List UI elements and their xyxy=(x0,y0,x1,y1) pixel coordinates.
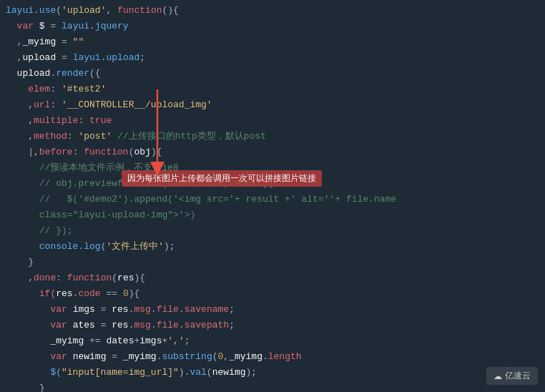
code-token: . xyxy=(151,302,157,318)
code-token: . xyxy=(50,66,56,82)
code-token: , xyxy=(106,3,117,19)
code-token: newimg xyxy=(212,365,246,381)
code-token: "input[name=img_url]" xyxy=(62,365,179,381)
code-token: "" xyxy=(73,34,84,50)
code-token: function xyxy=(84,144,128,160)
code-line: var $ = layui.jquery xyxy=(0,19,545,34)
code-token: ({ xyxy=(89,66,101,82)
code-token: , xyxy=(223,349,229,365)
code-token: . xyxy=(78,239,84,255)
code-token: ; xyxy=(185,333,190,349)
code-line: ,done: function(res){ xyxy=(0,270,545,286)
code-token: : xyxy=(78,113,89,129)
code-token: . xyxy=(151,318,157,333)
code-token: _myimg xyxy=(22,34,56,50)
code-token: var xyxy=(6,318,73,333)
code-token: : xyxy=(50,82,62,97)
code-token: elem xyxy=(6,82,50,97)
code-token: //上传接口的http类型，默认post xyxy=(112,129,266,144)
code-token: res xyxy=(112,302,128,318)
code-token: : xyxy=(56,270,67,286)
code-token: imgs xyxy=(139,333,162,349)
code-token: ; xyxy=(229,302,235,318)
code-token: . xyxy=(129,302,134,318)
code-token: ). xyxy=(179,365,190,381)
code-line: var ates = res.msg.file.savepath; xyxy=(0,318,545,333)
code-token: = xyxy=(106,349,122,365)
code-token: 'upload' xyxy=(62,3,106,19)
code-token: substring xyxy=(162,349,212,365)
code-token: render xyxy=(56,66,89,82)
code-token: code xyxy=(78,286,100,302)
code-token: ; xyxy=(139,50,145,66)
code-line: var newimg = _myimg.substring(0,_myimg.l… xyxy=(0,349,545,365)
code-token: + xyxy=(162,333,167,349)
code-token: ' alt=' xyxy=(290,192,330,207)
code-line: } xyxy=(0,381,545,392)
code-token: _myimg xyxy=(6,333,84,349)
code-token: , xyxy=(6,50,22,66)
code-token: '__CONTROLLER__/upload_img' xyxy=(62,97,212,113)
code-token: jquery xyxy=(95,19,129,34)
code-token: . xyxy=(73,286,79,302)
code-token: = xyxy=(56,50,72,66)
code-token: . xyxy=(89,19,95,34)
code-token: file xyxy=(157,302,179,318)
code-token: imgs xyxy=(73,302,95,318)
code-token: '+ file.name xyxy=(330,192,397,207)
code-line: //预读本地文件示例，不支持ie8 xyxy=(0,160,545,176)
code-token: ){ xyxy=(134,270,145,286)
code-token: layui xyxy=(62,19,89,34)
code-token: layui xyxy=(73,50,101,66)
code-token: ( xyxy=(56,3,62,19)
code-token: console xyxy=(6,239,78,255)
watermark-text: 亿速云 xyxy=(505,370,531,382)
code-line: class="layui-upload-img">'>) xyxy=(0,207,545,223)
code-token: function xyxy=(67,270,112,286)
code-token: msg xyxy=(134,318,150,333)
code-token: ( xyxy=(112,270,117,286)
code-token: // obj.preview xyxy=(6,176,117,192)
code-token: ( xyxy=(129,144,134,160)
code-token: ); xyxy=(164,239,175,255)
code-token: $ xyxy=(39,19,51,34)
code-token: ).append( xyxy=(123,192,173,207)
code-token: dates xyxy=(106,333,134,349)
code-token: , xyxy=(6,97,34,113)
code-token: savename xyxy=(185,302,229,318)
watermark: ☁ 亿速云 xyxy=(486,367,538,385)
code-token: layui xyxy=(6,3,34,19)
code-token: done xyxy=(34,270,56,286)
code-token: upload xyxy=(106,50,139,66)
code-token: // }); xyxy=(6,223,73,239)
code-token: . xyxy=(179,302,185,318)
code-token: . xyxy=(262,349,268,365)
code-token: 0 xyxy=(218,349,224,365)
code-token: function(index,file,result){ xyxy=(117,176,273,192)
code-token: newimg xyxy=(73,349,107,365)
code-token: 'post' xyxy=(78,129,112,144)
code-token: = xyxy=(95,318,112,333)
code-token: upload xyxy=(22,50,56,66)
code-token: = xyxy=(50,19,62,34)
code-line: ,multiple: true xyxy=(0,113,545,129)
code-line: ,method: 'post' //上传接口的http类型，默认post xyxy=(0,129,545,144)
code-token: . xyxy=(179,318,185,333)
code-line: layui.use('upload', function(){ xyxy=(0,3,545,19)
code-line: var imgs = res.msg.file.savename; xyxy=(0,302,545,318)
code-token: '#demo2' xyxy=(78,192,122,207)
watermark-icon: ☁ xyxy=(494,371,502,381)
code-line: _myimg += dates+imgs+','; xyxy=(0,333,545,349)
code-token: + xyxy=(134,333,139,349)
code-token: : xyxy=(67,129,79,144)
code-token: res xyxy=(117,270,134,286)
code-token: var xyxy=(6,302,73,318)
code-token: method xyxy=(34,129,67,144)
code-token: . xyxy=(129,318,134,333)
code-token: : xyxy=(73,144,84,160)
code-token: = xyxy=(95,302,112,318)
code-token: ',' xyxy=(167,333,184,349)
code-token: res xyxy=(56,286,72,302)
code-line: console.log('文件上传中'); xyxy=(0,239,545,255)
code-token: res xyxy=(112,318,128,333)
